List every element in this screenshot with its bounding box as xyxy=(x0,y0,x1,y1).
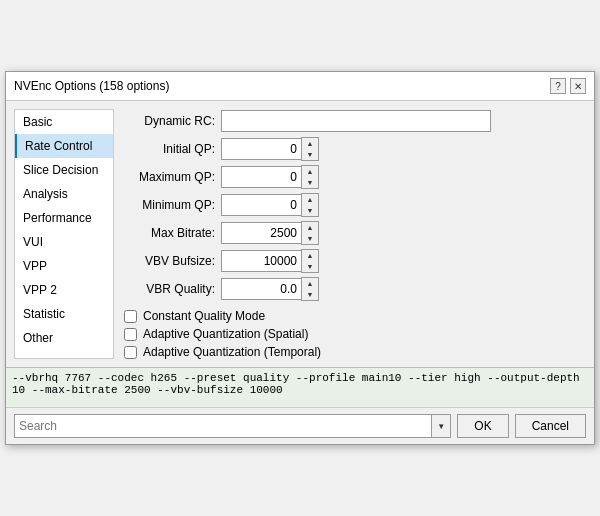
initial-qp-down[interactable]: ▼ xyxy=(302,149,318,160)
initial-qp-input[interactable] xyxy=(221,138,301,160)
cancel-button[interactable]: Cancel xyxy=(515,414,586,438)
sidebar-item-vui[interactable]: VUI xyxy=(15,230,113,254)
adaptive-temporal-label: Adaptive Quantization (Temporal) xyxy=(143,345,321,359)
content-panel: Dynamic RC: Initial QP: ▲ ▼ Maximum QP: xyxy=(120,109,586,359)
vbv-bufsize-spinner-buttons: ▲ ▼ xyxy=(301,249,319,273)
max-bitrate-input[interactable] xyxy=(221,222,301,244)
initial-qp-spinner-buttons: ▲ ▼ xyxy=(301,137,319,161)
main-content: Basic Rate Control Slice Decision Analys… xyxy=(6,101,594,367)
initial-qp-spinner: ▲ ▼ xyxy=(221,137,319,161)
ok-button[interactable]: OK xyxy=(457,414,508,438)
titlebar: NVEnc Options (158 options) ? ✕ xyxy=(6,72,594,101)
sidebar-item-analysis[interactable]: Analysis xyxy=(15,182,113,206)
max-bitrate-down[interactable]: ▼ xyxy=(302,233,318,244)
vbv-bufsize-row: VBV Bufsize: ▲ ▼ xyxy=(120,249,586,273)
sidebar-item-rate-control[interactable]: Rate Control xyxy=(15,134,113,158)
max-bitrate-spinner-buttons: ▲ ▼ xyxy=(301,221,319,245)
minimum-qp-row: Minimum QP: ▲ ▼ xyxy=(120,193,586,217)
maximum-qp-spinner-buttons: ▲ ▼ xyxy=(301,165,319,189)
sidebar-item-slice-decision[interactable]: Slice Decision xyxy=(15,158,113,182)
help-button[interactable]: ? xyxy=(550,78,566,94)
constant-quality-row: Constant Quality Mode xyxy=(124,309,586,323)
vbv-bufsize-label: VBV Bufsize: xyxy=(120,254,215,268)
dialog-title: NVEnc Options (158 options) xyxy=(14,79,169,93)
max-bitrate-label: Max Bitrate: xyxy=(120,226,215,240)
command-line-bar: --vbrhq 7767 --codec h265 --preset quali… xyxy=(6,367,594,407)
maximum-qp-row: Maximum QP: ▲ ▼ xyxy=(120,165,586,189)
initial-qp-up[interactable]: ▲ xyxy=(302,138,318,149)
close-button[interactable]: ✕ xyxy=(570,78,586,94)
dynamic-rc-label: Dynamic RC: xyxy=(120,114,215,128)
titlebar-buttons: ? ✕ xyxy=(550,78,586,94)
vbr-quality-label: VBR Quality: xyxy=(120,282,215,296)
constant-quality-label: Constant Quality Mode xyxy=(143,309,265,323)
vbr-quality-spinner: ▲ ▼ xyxy=(221,277,319,301)
sidebar-item-basic[interactable]: Basic xyxy=(15,110,113,134)
vbr-quality-up[interactable]: ▲ xyxy=(302,278,318,289)
constant-quality-checkbox[interactable] xyxy=(124,310,137,323)
nvenc-options-dialog: NVEnc Options (158 options) ? ✕ Basic Ra… xyxy=(5,71,595,445)
vbr-quality-input[interactable] xyxy=(221,278,301,300)
initial-qp-row: Initial QP: ▲ ▼ xyxy=(120,137,586,161)
adaptive-temporal-checkbox[interactable] xyxy=(124,346,137,359)
vbv-bufsize-spinner: ▲ ▼ xyxy=(221,249,319,273)
max-bitrate-spinner: ▲ ▼ xyxy=(221,221,319,245)
footer: ▼ OK Cancel xyxy=(6,407,594,444)
dynamic-rc-row: Dynamic RC: xyxy=(120,109,586,133)
adaptive-spatial-label: Adaptive Quantization (Spatial) xyxy=(143,327,308,341)
vbr-quality-spinner-buttons: ▲ ▼ xyxy=(301,277,319,301)
minimum-qp-input[interactable] xyxy=(221,194,301,216)
sidebar-item-performance[interactable]: Performance xyxy=(15,206,113,230)
max-bitrate-row: Max Bitrate: ▲ ▼ xyxy=(120,221,586,245)
maximum-qp-input[interactable] xyxy=(221,166,301,188)
dynamic-rc-input[interactable] xyxy=(221,110,491,132)
adaptive-temporal-row: Adaptive Quantization (Temporal) xyxy=(124,345,586,359)
vbv-bufsize-down[interactable]: ▼ xyxy=(302,261,318,272)
minimum-qp-down[interactable]: ▼ xyxy=(302,205,318,216)
adaptive-spatial-checkbox[interactable] xyxy=(124,328,137,341)
minimum-qp-spinner: ▲ ▼ xyxy=(221,193,319,217)
sidebar-item-other[interactable]: Other xyxy=(15,326,113,350)
search-input[interactable] xyxy=(14,414,431,438)
maximum-qp-down[interactable]: ▼ xyxy=(302,177,318,188)
vbr-quality-down[interactable]: ▼ xyxy=(302,289,318,300)
minimum-qp-spinner-buttons: ▲ ▼ xyxy=(301,193,319,217)
minimum-qp-up[interactable]: ▲ xyxy=(302,194,318,205)
adaptive-spatial-row: Adaptive Quantization (Spatial) xyxy=(124,327,586,341)
vbv-bufsize-input[interactable] xyxy=(221,250,301,272)
maximum-qp-spinner: ▲ ▼ xyxy=(221,165,319,189)
sidebar-item-vpp[interactable]: VPP xyxy=(15,254,113,278)
search-wrapper: ▼ xyxy=(14,414,451,438)
sidebar: Basic Rate Control Slice Decision Analys… xyxy=(14,109,114,359)
vbv-bufsize-up[interactable]: ▲ xyxy=(302,250,318,261)
initial-qp-label: Initial QP: xyxy=(120,142,215,156)
sidebar-item-vpp2[interactable]: VPP 2 xyxy=(15,278,113,302)
vbr-quality-row: VBR Quality: ▲ ▼ xyxy=(120,277,586,301)
max-bitrate-up[interactable]: ▲ xyxy=(302,222,318,233)
maximum-qp-up[interactable]: ▲ xyxy=(302,166,318,177)
minimum-qp-label: Minimum QP: xyxy=(120,198,215,212)
maximum-qp-label: Maximum QP: xyxy=(120,170,215,184)
sidebar-item-statistic[interactable]: Statistic xyxy=(15,302,113,326)
search-dropdown-button[interactable]: ▼ xyxy=(431,414,451,438)
